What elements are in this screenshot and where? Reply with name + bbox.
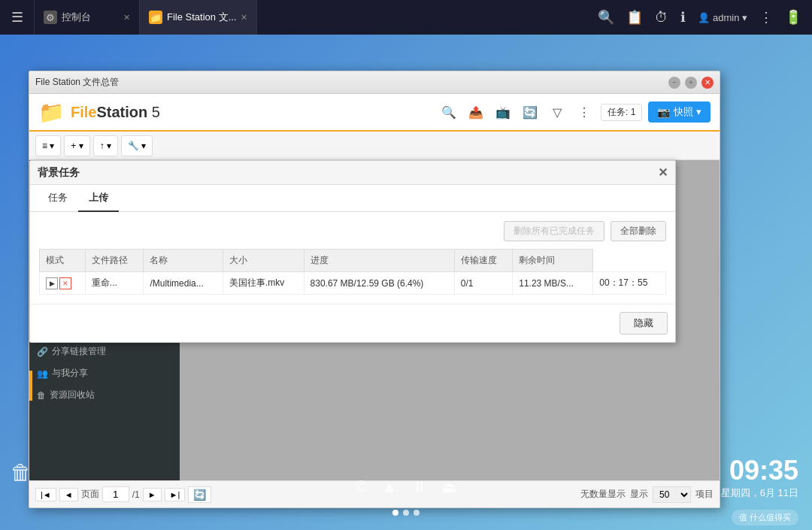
- col-path: 文件路径: [85, 250, 144, 272]
- info-icon[interactable]: ℹ: [680, 9, 686, 26]
- logo-version: 5: [147, 104, 160, 120]
- search-icon[interactable]: 🔍: [598, 9, 614, 26]
- task-table-body: ▶ ✕ 重命... /Multimedia... 美国往事.mkv 830.: [40, 272, 666, 295]
- modal-actions: 删除所有已完成任务 全部删除: [39, 221, 666, 241]
- desktop: File Station 文件总管 − + ✕ 📁 FileStation 5 …: [0, 35, 812, 530]
- sidebar-link-shared-with-me[interactable]: 👥 与我分享: [29, 362, 180, 384]
- row-remaining: 00：17：55: [593, 272, 666, 295]
- sidebar-link-share-manage[interactable]: 🔗 分享链接管理: [29, 341, 180, 362]
- filestation-tab-close[interactable]: ✕: [241, 13, 247, 23]
- admin-menu[interactable]: 👤 admin ▾: [698, 12, 747, 23]
- row-status: ▶ ✕: [40, 272, 86, 295]
- modal-tabs: 任务 上传: [30, 185, 675, 212]
- timer-icon[interactable]: ⏱: [655, 10, 668, 26]
- shared-with-me-icon: 👥: [37, 368, 48, 379]
- row-path: /Multimedia...: [144, 272, 223, 295]
- tab-control[interactable]: ⚙ 控制台 ✕: [35, 0, 140, 35]
- table-row: ▶ ✕ 重命... /Multimedia... 美国往事.mkv 830.: [40, 272, 666, 295]
- taskbar-tabs: ⚙ 控制台 ✕ 📁 File Station 文... ✕: [35, 0, 598, 35]
- col-mode: 模式: [40, 250, 86, 272]
- window-title: File Station 文件总管: [35, 76, 668, 89]
- task-table: 模式 文件路径 名称 大小 进度 传输速度 剩余时间: [39, 249, 666, 295]
- share-manage-icon: 🔗: [37, 347, 48, 357]
- delete-completed-button[interactable]: 删除所有已完成任务: [504, 221, 604, 241]
- taskbar-right: 🔍 📋 ⏱ ℹ 👤 admin ▾ ⋮ 🔋: [598, 9, 812, 26]
- hamburger-icon: ☰: [11, 9, 23, 26]
- trash-icon[interactable]: 🗑: [11, 460, 32, 485]
- sort-button[interactable]: ↑ ▾: [93, 135, 118, 156]
- pause-button[interactable]: ▶: [46, 277, 58, 289]
- tab-filestation[interactable]: 📁 File Station 文... ✕: [140, 0, 257, 35]
- window-titlebar: File Station 文件总管 − + ✕: [29, 71, 720, 94]
- dot-1[interactable]: [392, 510, 398, 516]
- modal-tab-tasks[interactable]: 任务: [38, 185, 78, 212]
- quick-btn-label: 快照 ▾: [674, 105, 701, 119]
- fs-toolbar: ≡ ▾ + ▾ ↑ ▾ 🔧 ▾: [29, 132, 720, 160]
- modal-close-button[interactable]: ✕: [658, 165, 668, 180]
- control-tab-icon: ⚙: [44, 11, 57, 24]
- task-badge-label: 任务: 1: [607, 107, 635, 117]
- col-progress: 进度: [304, 250, 454, 272]
- modal-footer: 隐藏: [30, 304, 675, 342]
- filestation-logo-icon: 📁: [38, 100, 65, 125]
- hide-button[interactable]: 隐藏: [620, 312, 668, 335]
- col-speed: 传输速度: [454, 250, 513, 272]
- battery-icon: 🔋: [785, 9, 801, 26]
- dot-3[interactable]: [414, 510, 420, 516]
- clipboard-icon[interactable]: 📋: [626, 9, 643, 26]
- control-tab-close[interactable]: ✕: [123, 13, 130, 23]
- window-body: ≡ ▾ + ▾ ↑ ▾ 🔧 ▾ ▼ NAS334A9B ▶ D: [29, 132, 720, 507]
- sidebar-active-indicator: [29, 371, 32, 401]
- row-size: 830.67 MB/12.59 GB (6.4%): [304, 272, 454, 295]
- clock-time: 09:35: [721, 455, 798, 486]
- fs-upload-icon[interactable]: 📤: [465, 101, 486, 123]
- maximize-button[interactable]: +: [685, 77, 697, 89]
- sidebar-link-recycle[interactable]: 🗑 资源回收站: [29, 384, 180, 406]
- task-table-header: 模式 文件路径 名称 大小 进度 传输速度 剩余时间: [40, 250, 666, 272]
- stop-button[interactable]: ✕: [59, 277, 71, 289]
- modal-title: 背景任务: [38, 166, 80, 180]
- quick-snapshot-button[interactable]: 📷 快照 ▾: [648, 101, 710, 123]
- filestation-tab-label: File Station 文...: [167, 11, 236, 24]
- modal-titlebar: 背景任务 ✕: [30, 161, 675, 185]
- fs-header-right: 🔍 📤 📺 🔄 ▽ ⋮ 任务: 1 📷 快照 ▾: [438, 101, 710, 123]
- page-dots: [0, 495, 812, 530]
- hamburger-menu[interactable]: ☰: [0, 0, 35, 35]
- minimize-button[interactable]: −: [668, 77, 680, 89]
- view-mode-button[interactable]: ≡ ▾: [35, 135, 61, 156]
- col-size: 大小: [223, 250, 304, 272]
- modal-body: 删除所有已完成任务 全部删除 模式 文件路径 名称: [30, 212, 675, 304]
- close-button[interactable]: ✕: [701, 77, 714, 89]
- row-mode: 重命...: [85, 272, 144, 295]
- dot-2[interactable]: [403, 510, 409, 516]
- delete-all-button[interactable]: 全部删除: [611, 221, 666, 241]
- modal-tab-upload[interactable]: 上传: [78, 185, 119, 212]
- admin-avatar-icon: 👤: [698, 12, 710, 23]
- filestation-window: File Station 文件总管 − + ✕ 📁 FileStation 5 …: [29, 71, 720, 508]
- fs-refresh-icon[interactable]: 🔄: [520, 101, 541, 123]
- status-icons: ▶ ✕: [46, 277, 79, 289]
- background-task-modal: 背景任务 ✕ 任务 上传: [29, 160, 676, 343]
- more-menu-icon[interactable]: ⋮: [759, 9, 773, 26]
- clock: 09:35 星期四，6月 11日: [721, 455, 798, 500]
- tools-button[interactable]: 🔧 ▾: [121, 135, 153, 156]
- fs-content: ▼ NAS334A9B ▶ D ▶ D ▶ D: [29, 160, 720, 480]
- task-badge-container: 任务: 1: [601, 104, 642, 121]
- window-controls: − + ✕: [668, 77, 714, 89]
- filestation-logo-text: FileStation 5: [71, 104, 160, 121]
- col-remaining: 剩余时间: [513, 250, 593, 272]
- fs-filter-icon[interactable]: ▽: [547, 101, 568, 123]
- fs-more-icon[interactable]: ⋮: [574, 101, 595, 123]
- create-button[interactable]: + ▾: [64, 135, 89, 156]
- row-name: 美国往事.mkv: [223, 272, 304, 295]
- fs-search-icon[interactable]: 🔍: [438, 101, 459, 123]
- fs-display-icon[interactable]: 📺: [492, 101, 514, 123]
- control-tab-label: 控制台: [62, 11, 91, 24]
- fs-header: 📁 FileStation 5 🔍 📤 📺 🔄 ▽ ⋮ 任务: 1 📷: [29, 94, 720, 132]
- snapshot-icon: 📷: [657, 106, 670, 118]
- logo-station: Station: [96, 104, 147, 120]
- watermark: 值 什么值得买: [732, 510, 798, 525]
- fs-main-body: 背景任务 ✕ 任务 上传: [180, 160, 720, 480]
- task-badge[interactable]: 任务: 1: [601, 104, 642, 121]
- modal-overlay: 背景任务 ✕ 任务 上传: [180, 160, 720, 480]
